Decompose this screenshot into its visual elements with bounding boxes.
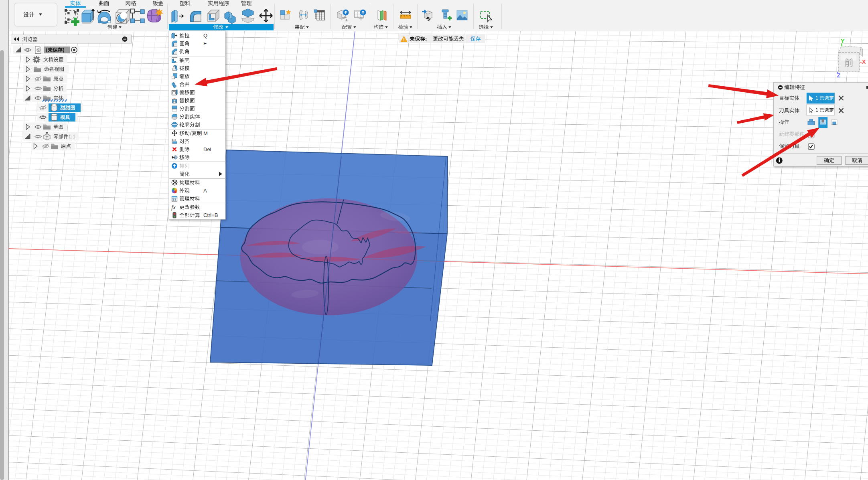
svg-text:Y: Y: [841, 38, 845, 44]
svg-text:A: A: [203, 188, 207, 194]
svg-text:Ctrl+B: Ctrl+B: [203, 212, 218, 218]
svg-text:F: F: [203, 41, 207, 47]
svg-text:Q: Q: [203, 32, 207, 38]
svg-text:-X: -X: [860, 59, 866, 65]
svg-text:fx: fx: [171, 204, 176, 211]
svg-text:Del: Del: [203, 146, 211, 152]
svg-text:M: M: [203, 130, 208, 136]
